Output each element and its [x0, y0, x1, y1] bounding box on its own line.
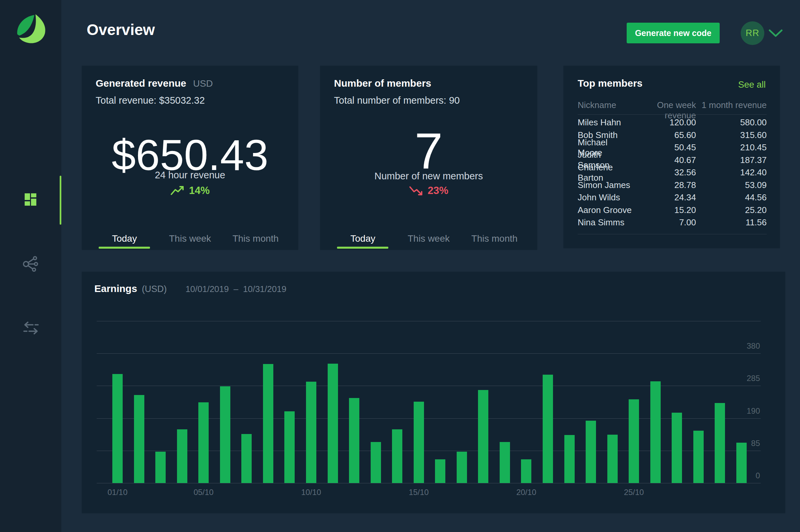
card-currency-label: USD — [193, 78, 213, 89]
month-revenue: 44.56 — [696, 192, 767, 203]
share-network-icon — [22, 268, 39, 274]
earnings-bar — [435, 459, 445, 483]
top-members-card: Top members See all Nickname One week re… — [563, 66, 780, 248]
y-axis-label: 0 — [756, 471, 760, 480]
table-row: Charlene Barton32.56142.40 — [578, 166, 767, 179]
leaf-logo-icon — [13, 45, 51, 51]
week-revenue: 50.45 — [633, 142, 696, 153]
avatar[interactable]: RR — [741, 21, 764, 45]
tab-this-week[interactable]: This week — [157, 229, 223, 250]
date-range: 10/01/2019 – 10/31/2019 — [185, 284, 286, 294]
trend-down-icon — [409, 185, 424, 196]
earnings-bar — [371, 442, 381, 483]
earnings-currency-label: (USD) — [142, 284, 167, 294]
table-row: Aaron Groove15.2025.20 — [578, 204, 767, 217]
date-separator: – — [234, 284, 238, 294]
revenue-period-tabs: TodayThis weekThis month — [92, 229, 288, 250]
card-title: Top members — [578, 78, 643, 89]
earnings-bar-chart: 38028519085001/1005/1010/1015/1020/1025/… — [97, 321, 761, 483]
member-name: Aaron Groove — [578, 205, 633, 215]
sidebar-item-dashboard[interactable] — [25, 193, 37, 206]
earnings-bar — [457, 452, 467, 483]
y-axis-label: 380 — [747, 341, 760, 351]
members-delta: 23% — [320, 185, 537, 196]
members-period-tabs: TodayThis weekThis month — [330, 229, 527, 250]
month-revenue: 25.20 — [696, 205, 767, 215]
earnings-bar — [155, 452, 166, 483]
earnings-bar — [586, 421, 596, 483]
month-revenue: 580.00 — [696, 117, 767, 128]
week-revenue: 120.00 — [633, 117, 696, 128]
week-revenue: 32.56 — [633, 167, 696, 178]
member-name: Simon James — [578, 180, 633, 190]
tab-this-week[interactable]: This week — [396, 229, 461, 250]
transfer-arrows-icon — [23, 331, 39, 337]
earnings-bar — [112, 374, 123, 483]
total-members-text: Total number of members: 90 — [334, 95, 460, 106]
y-axis-label: 85 — [751, 439, 760, 448]
total-revenue-text: Total revenue: $35032.32 — [96, 95, 205, 106]
earnings-bar — [414, 402, 424, 483]
trend-up-icon — [170, 185, 185, 196]
x-axis-label: 05/10 — [189, 488, 219, 497]
table-row: Simon James28.7853.09 — [578, 179, 767, 192]
month-revenue: 210.45 — [696, 142, 767, 153]
week-revenue: 40.67 — [633, 155, 696, 165]
member-name: John Wilds — [578, 192, 633, 203]
earnings-header: Earnings (USD) 10/01/2019 – 10/31/2019 — [94, 283, 286, 294]
earnings-bar — [220, 386, 230, 483]
earnings-bar — [693, 431, 704, 483]
earnings-bar — [521, 459, 531, 483]
earnings-bar — [736, 443, 747, 483]
x-axis-label: 20/10 — [511, 488, 541, 497]
earnings-bar — [177, 429, 187, 483]
earnings-title: Earnings — [94, 283, 137, 294]
month-revenue: 142.40 — [696, 167, 767, 178]
earnings-bar — [564, 435, 575, 483]
earnings-bar — [241, 434, 252, 483]
earnings-bar — [650, 381, 661, 483]
see-all-link[interactable]: See all — [738, 80, 766, 90]
generate-new-code-button[interactable]: Generate new code — [627, 23, 720, 43]
earnings-bar — [607, 435, 618, 483]
gridline — [97, 353, 761, 354]
earnings-bar — [349, 398, 359, 483]
table-row: Miles Hahn120.00580.00 — [578, 116, 767, 129]
earnings-panel: Earnings (USD) 10/01/2019 – 10/31/2019 3… — [82, 272, 785, 513]
gridline — [97, 451, 761, 451]
member-name: Miles Hahn — [578, 117, 633, 128]
month-revenue: 53.09 — [696, 180, 767, 190]
month-revenue: 11.56 — [696, 217, 767, 228]
app-logo[interactable] — [13, 12, 51, 50]
earnings-bar — [543, 375, 553, 483]
new-members-caption: Number of new members — [320, 171, 537, 182]
generated-revenue-card: Generated revenue USD Total revenue: $35… — [82, 66, 298, 250]
tab-this-month[interactable]: This month — [223, 229, 288, 250]
earnings-bar — [134, 395, 144, 483]
date-from: 10/01/2019 — [185, 284, 229, 294]
earnings-bar — [478, 390, 488, 483]
week-revenue: 28.78 — [633, 180, 696, 190]
date-to: 10/31/2019 — [243, 284, 286, 294]
revenue-delta: 14% — [82, 185, 298, 196]
month-revenue: 187.37 — [696, 155, 767, 165]
sidebar-item-affiliates[interactable] — [22, 255, 39, 273]
card-title: Generated revenue — [96, 78, 186, 89]
chevron-down-icon[interactable] — [769, 29, 783, 37]
active-nav-indicator — [60, 176, 61, 225]
member-name: Nina Simms — [578, 217, 633, 228]
earnings-bar — [198, 402, 209, 483]
card-title: Number of members — [334, 78, 431, 89]
earnings-bar — [500, 442, 510, 483]
divider — [578, 114, 767, 115]
x-axis-label: 10/10 — [296, 488, 326, 497]
members-delta-text: 23% — [428, 185, 448, 197]
tab-this-month[interactable]: This month — [462, 229, 527, 250]
sidebar-item-transfers[interactable] — [23, 320, 39, 336]
gridline — [97, 321, 761, 321]
table-row: Nina Simms7.0011.56 — [578, 216, 767, 229]
earnings-bar — [306, 382, 316, 483]
earnings-bar — [263, 364, 273, 483]
active-tab-underline — [99, 247, 150, 249]
top-members-table: Miles Hahn120.00580.00Bob Smith65.60315.… — [578, 116, 767, 229]
